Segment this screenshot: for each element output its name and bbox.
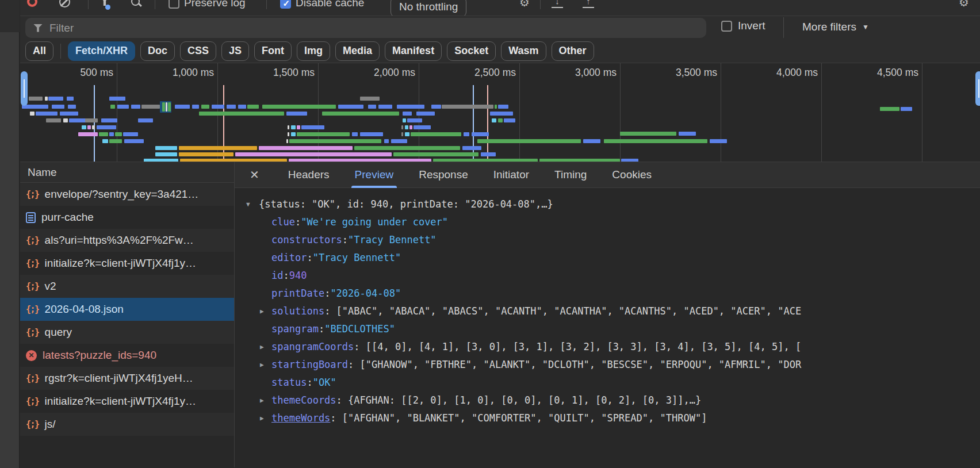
chip-wasm[interactable]: Wasm <box>501 41 546 61</box>
tab-preview[interactable]: Preview <box>342 162 407 188</box>
waterfall-bar <box>52 105 64 109</box>
request-row[interactable]: {;}query <box>20 321 234 344</box>
detail-tabs: HeadersPreviewResponseInitiatorTimingCoo… <box>275 162 664 188</box>
expander-open-icon[interactable]: ▼ <box>246 200 250 208</box>
request-row[interactable]: {;}v2 <box>20 275 234 298</box>
right-trim-handle[interactable] <box>975 71 980 106</box>
network-toolbar: Preserve log Disable cache No throttling… <box>20 0 980 16</box>
ruler-label: 4,000 ms <box>749 67 818 79</box>
disable-cache-checkbox[interactable]: Disable cache <box>280 0 364 9</box>
import-har-button[interactable]: ↓ <box>552 0 563 8</box>
preserve-log-checkbox[interactable]: Preserve log <box>169 0 246 9</box>
tab-cookies[interactable]: Cookies <box>599 162 664 188</box>
waterfall-bar <box>109 139 122 143</box>
waterfall-bar <box>492 118 496 122</box>
disable-cache-label: Disable cache <box>296 0 364 9</box>
json-segment-plain: : ["AFGHAN", "BLANKET", "COMFORTER", "QU… <box>330 412 707 424</box>
tab-headers[interactable]: Headers <box>275 162 342 188</box>
waterfall-bar <box>679 132 696 136</box>
tab-timing[interactable]: Timing <box>542 162 599 188</box>
chip-img[interactable]: Img <box>297 41 330 61</box>
json-file-icon: {;} <box>26 258 39 268</box>
waterfall-bar <box>82 125 86 129</box>
waterfall-bar <box>109 97 125 101</box>
request-row[interactable]: purr-cache <box>20 206 234 229</box>
waterfall-bar <box>368 105 376 109</box>
request-name-label: rgstr?k=client-jiWTjX4fj1yeH… <box>45 372 193 385</box>
json-tree-line: editor: "Tracy Bennett" <box>235 248 980 266</box>
waterfall-bar <box>620 132 676 136</box>
json-segment-key: themeCoords <box>271 394 336 406</box>
document-icon <box>26 212 36 223</box>
preview-json-tree: ▼{status: "OK", id: 940, printDate: "202… <box>235 188 980 427</box>
name-column-header[interactable]: Name <box>20 162 234 183</box>
chip-manifest[interactable]: Manifest <box>385 41 442 61</box>
filter-toggle-button[interactable] <box>99 0 110 6</box>
waterfall-bar <box>405 125 408 129</box>
chip-all[interactable]: All <box>25 41 53 61</box>
waterfall-bar <box>162 102 165 112</box>
request-row[interactable]: {;}rgstr?k=client-jiWTjX4fj1yeH… <box>20 367 234 390</box>
waterfall-bar <box>397 105 424 109</box>
chip-js[interactable]: JS <box>221 41 249 61</box>
json-file-icon: {;} <box>26 235 39 245</box>
request-row[interactable]: {;}js/ <box>20 413 234 436</box>
more-filters-label: More filters <box>802 21 856 33</box>
close-icon[interactable]: ✕ <box>250 168 259 182</box>
request-row[interactable]: {;}initialize?k=client-jiWTjX4fj1y… <box>20 390 234 413</box>
chip-socket[interactable]: Socket <box>447 41 496 61</box>
waterfall-bar <box>338 105 363 109</box>
json-segment-key: status <box>271 377 307 388</box>
chip-font[interactable]: Font <box>254 41 292 61</box>
json-segment-key: solutions <box>271 305 324 317</box>
request-row[interactable]: {;}2026-04-08.json <box>20 298 234 321</box>
tab-initiator[interactable]: Initiator <box>481 162 542 188</box>
tab-response[interactable]: Response <box>406 162 481 188</box>
waterfall-bar <box>291 132 296 136</box>
request-rows: {;}envelope/?sentry_key=3a421…purr-cache… <box>20 183 234 436</box>
ruler-gridline <box>620 63 621 162</box>
throttling-select[interactable]: No throttling <box>391 0 466 16</box>
waterfall-bar <box>212 105 224 109</box>
expander-closed-icon[interactable]: ▶ <box>260 396 264 404</box>
expander-closed-icon[interactable]: ▶ <box>260 343 264 350</box>
expander-closed-icon[interactable]: ▶ <box>260 360 264 368</box>
json-file-icon: {;} <box>26 396 39 406</box>
search-button[interactable] <box>131 0 142 8</box>
json-segment-plain: : <box>283 270 289 281</box>
left-trim-handle[interactable] <box>21 71 28 106</box>
waterfall-bar <box>286 139 288 143</box>
waterfall-bar <box>354 146 460 150</box>
waterfall-bar <box>141 105 160 109</box>
filter-funnel-icon <box>33 24 43 32</box>
request-row[interactable]: {;}envelope/?sentry_key=3a421… <box>20 183 234 206</box>
json-segment-key: spangram <box>271 323 319 335</box>
more-filters-button[interactable]: More filters ▼ <box>802 21 869 33</box>
request-name-label: v2 <box>45 280 56 293</box>
chip-css[interactable]: CSS <box>180 41 216 61</box>
chip-media[interactable]: Media <box>335 41 380 61</box>
network-overview-waterfall[interactable]: 500 ms1,000 ms1,500 ms2,000 ms2,500 ms3,… <box>20 63 980 162</box>
clear-button[interactable] <box>59 0 70 7</box>
record-button[interactable] <box>27 0 37 7</box>
expander-closed-icon[interactable]: ▶ <box>260 414 264 421</box>
filter-input[interactable]: Filter <box>25 18 706 38</box>
waterfall-bar <box>442 105 493 109</box>
json-segment-str: "Tracy Bennett" <box>313 252 401 263</box>
request-name-label: latests?puzzle_ids=940 <box>43 349 156 362</box>
settings-button[interactable]: ⚙ <box>959 0 969 8</box>
chip-other[interactable]: Other <box>552 41 594 61</box>
chip-fetch-xhr[interactable]: Fetch/XHR <box>68 41 135 61</box>
invert-checkbox[interactable]: Invert <box>721 20 765 32</box>
request-row[interactable]: {;}als?uri=https%3A%2F%2Fw… <box>20 229 234 252</box>
ruler-label: 2,000 ms <box>346 67 415 79</box>
chip-doc[interactable]: Doc <box>140 41 175 61</box>
export-har-button[interactable]: ↑ <box>583 0 594 8</box>
settings-gear-icon: ⚙ <box>959 0 969 8</box>
json-tree-line: ▼{status: "OK", id: 940, printDate: "202… <box>235 195 980 213</box>
waterfall-bar <box>155 152 177 156</box>
network-conditions-button[interactable]: ⚙ <box>519 0 530 8</box>
request-row[interactable]: {;}initialize?k=client-jiWTjX4fj1y… <box>20 252 234 275</box>
request-row[interactable]: ✕latests?puzzle_ids=940 <box>20 344 234 367</box>
expander-closed-icon[interactable]: ▶ <box>260 307 264 314</box>
